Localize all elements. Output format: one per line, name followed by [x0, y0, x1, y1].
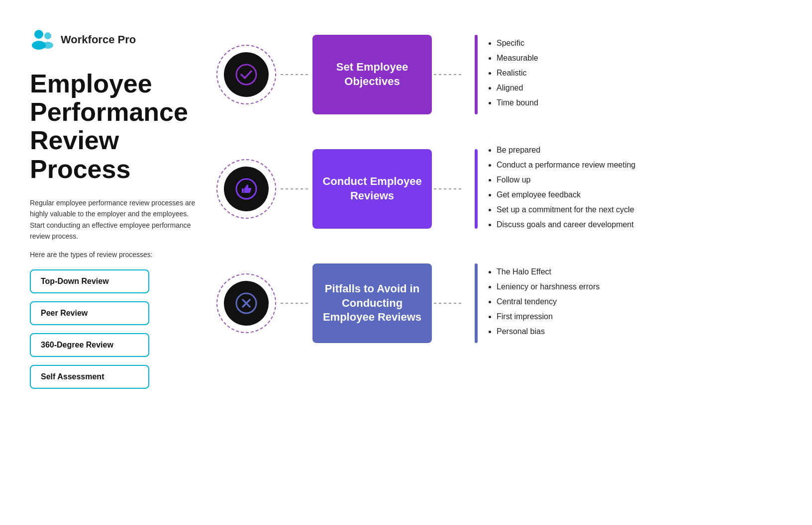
logo-text: Workforce Pro [61, 33, 136, 46]
inner-circle-conduct-reviews [224, 167, 269, 211]
left-panel: Employee Performance Review Process Regu… [30, 70, 199, 389]
list-item: Discuss goals and career development [497, 219, 635, 231]
connector-left-set-objectives [281, 74, 310, 75]
review-btn-3[interactable]: Self Assessment [30, 365, 149, 389]
connector-left-conduct-reviews [281, 188, 310, 189]
list-item: Realistic [497, 67, 538, 79]
accent-bar-conduct-reviews [475, 149, 478, 229]
connector-left-pitfalls [281, 303, 310, 304]
inner-circle-set-objectives [224, 52, 269, 97]
svg-point-3 [42, 42, 53, 49]
bullet-list-pitfalls: The Halo EffectLeniency or harshness err… [487, 266, 600, 341]
process-box-set-objectives: Set Employee Objectives [312, 35, 432, 114]
process-box-pitfalls: Pitfalls to Avoid in Conducting Employee… [312, 263, 432, 343]
list-item: Personal bias [497, 326, 600, 338]
list-item: First impression [497, 311, 600, 323]
svg-point-0 [34, 30, 43, 39]
svg-point-4 [236, 65, 256, 85]
main-title: Employee Performance Review Process [30, 70, 199, 183]
connector-right-set-objectives [434, 74, 464, 75]
list-item: Central tendency [497, 296, 600, 308]
icon-wrapper-set-objectives [214, 42, 279, 107]
process-box-text-set-objectives: Set Employee Objectives [312, 55, 432, 93]
logo-area: Workforce Pro [30, 27, 136, 52]
bullet-list-set-objectives: SpecificMeasurableRealisticAlignedTime b… [487, 37, 538, 112]
accent-bar-pitfalls [475, 263, 478, 343]
list-item: Follow up [497, 174, 635, 186]
list-item: Set up a commitment for the next cycle [497, 204, 635, 216]
process-box-text-pitfalls: Pitfalls to Avoid in Conducting Employee… [312, 277, 432, 330]
icon-wrapper-conduct-reviews [214, 157, 279, 221]
list-item: Measurable [497, 52, 538, 64]
accent-bar-set-objectives [475, 35, 478, 114]
inner-circle-pitfalls [224, 281, 269, 326]
review-btn-0[interactable]: Top-Down Review [30, 269, 149, 293]
list-item: Time bound [497, 97, 538, 109]
process-box-conduct-reviews: Conduct Employee Reviews [312, 149, 432, 229]
list-item: The Halo Effect [497, 266, 600, 278]
review-types-label: Here are the types of review processes: [30, 251, 199, 259]
review-btn-1[interactable]: Peer Review [30, 301, 149, 325]
connector-right-pitfalls [434, 303, 464, 304]
logo-icon [30, 27, 55, 52]
list-item: Be prepared [497, 144, 635, 156]
review-btn-2[interactable]: 360-Degree Review [30, 333, 149, 357]
main-content: Set Employee ObjectivesSpecificMeasurabl… [214, 35, 792, 373]
process-row-pitfalls: Pitfalls to Avoid in Conducting Employee… [214, 263, 792, 343]
list-item: Specific [497, 37, 538, 49]
list-item: Leniency or harshness errors [497, 281, 600, 293]
process-row-set-objectives: Set Employee ObjectivesSpecificMeasurabl… [214, 35, 792, 114]
description: Regular employee performance review proc… [30, 197, 199, 242]
process-box-text-conduct-reviews: Conduct Employee Reviews [312, 170, 432, 208]
icon-wrapper-pitfalls [214, 271, 279, 336]
list-item: Aligned [497, 82, 538, 94]
process-row-conduct-reviews: Conduct Employee ReviewsBe preparedCondu… [214, 144, 792, 234]
svg-rect-6 [242, 188, 244, 193]
list-item: Get employee feedback [497, 189, 635, 201]
svg-point-2 [44, 32, 51, 39]
bullet-list-conduct-reviews: Be preparedConduct a performance review … [487, 144, 635, 234]
connector-right-conduct-reviews [434, 188, 464, 189]
list-item: Conduct a performance review meeting [497, 159, 635, 171]
review-buttons: Top-Down ReviewPeer Review360-Degree Rev… [30, 269, 199, 389]
